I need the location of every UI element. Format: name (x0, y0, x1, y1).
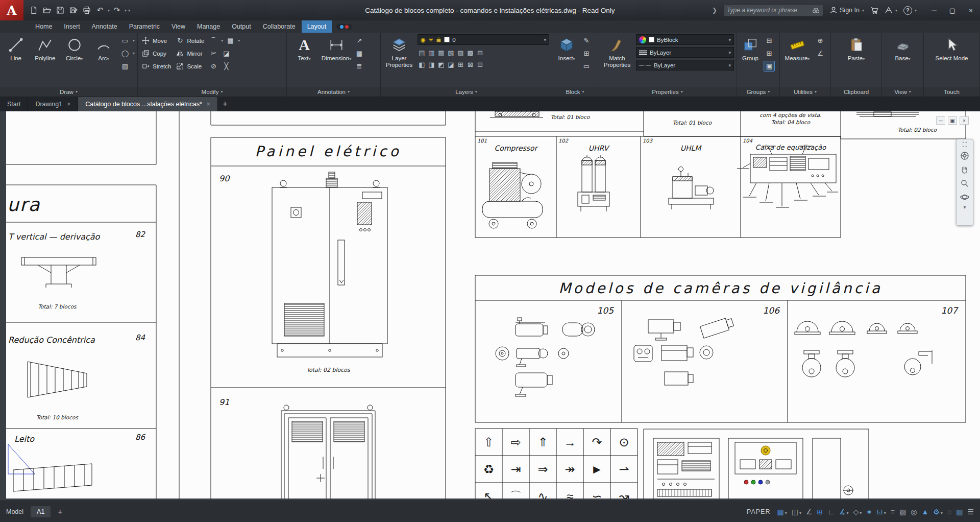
layer-vpfreeze-tool-icon[interactable]: ◪ (447, 61, 455, 68)
panel-label-annotation[interactable]: Annotation (287, 87, 380, 97)
group-button[interactable]: Group (740, 34, 761, 62)
panel-label-layers[interactable]: Layers (381, 87, 552, 97)
pan-hand-icon[interactable] (958, 163, 971, 176)
trim-tool-icon[interactable]: ✂ (208, 48, 219, 59)
graphics-performance-icon[interactable]: ▥ (956, 508, 963, 516)
scale-button[interactable]: Scale (175, 60, 205, 73)
tab-collaborate[interactable]: Collaborate (257, 20, 301, 33)
zoom-icon[interactable] (958, 177, 971, 190)
help-control[interactable]: ? ▾ (903, 6, 917, 15)
sign-in-control[interactable]: Sign In ▾ (829, 6, 864, 14)
layer-select[interactable]: ◉ ☀ 0 ▾ (418, 34, 549, 45)
workspace-switching-icon[interactable]: ⚙ (933, 508, 943, 516)
panel-label-utilities[interactable]: Utilities (780, 87, 830, 97)
layer-off-tool-icon[interactable]: ▤ (418, 49, 426, 57)
array-tool-icon[interactable]: ▦ (225, 35, 236, 46)
lineweight-display-icon[interactable]: ≡ (891, 508, 895, 516)
orbit-icon[interactable] (958, 191, 971, 204)
object-color-select[interactable]: ByBlock ▾ (636, 34, 734, 45)
tab-insert[interactable]: Insert (58, 20, 85, 33)
panel-label-properties[interactable]: Properties (598, 87, 737, 97)
layer-freeze-tool-icon[interactable]: ▦ (437, 49, 446, 57)
base-button[interactable]: Base (888, 34, 918, 62)
layout-tab-a1[interactable]: A1 (31, 506, 51, 517)
isometric-drafting-icon[interactable]: ◇ (853, 508, 862, 516)
viewport-minimize-icon[interactable]: ─ (936, 116, 945, 125)
layer-properties-button[interactable]: Layer Properties (383, 34, 415, 68)
viewport-close-icon[interactable]: × (960, 116, 969, 125)
save-as-icon[interactable] (67, 4, 80, 17)
array-dropdown-icon[interactable]: ▾ (238, 38, 240, 43)
create-block-tool-icon[interactable]: ⊞ (581, 48, 592, 59)
object-snap-tracking-icon[interactable]: ∗ (866, 508, 872, 516)
panel-label-modify[interactable]: Modify (138, 87, 286, 97)
redo-icon[interactable]: ↷ (111, 4, 123, 17)
doc-tab-catalogo-close-icon[interactable]: × (207, 101, 210, 108)
redo-dropdown-icon[interactable]: ▾ (125, 8, 127, 13)
explode-tool-icon[interactable]: ╳ (220, 61, 232, 72)
new-drawing-tab-button[interactable]: + (218, 97, 232, 111)
rectangle-tool-icon[interactable]: ▭ (119, 35, 131, 46)
ortho-mode-icon[interactable]: ∟ (827, 508, 835, 516)
paper-space-label[interactable]: PAPER (747, 508, 770, 515)
drawing-area[interactable]: ura T vertical — derivação 82 Total: 7 b… (0, 111, 980, 501)
new-file-icon[interactable] (28, 4, 40, 17)
erase-tool-icon[interactable]: ◪ (220, 48, 232, 59)
object-snap-icon[interactable]: ⊡ (877, 508, 886, 516)
search-binoculars-icon[interactable] (812, 7, 820, 14)
paste-button[interactable]: Paste (842, 34, 871, 62)
copy-button[interactable]: Copy (140, 47, 172, 60)
selection-cycling-icon[interactable]: ◎ (911, 508, 917, 516)
lineweight-select[interactable]: ByLayer ▾ (636, 47, 734, 58)
block-editor-tool-icon[interactable]: ▭ (581, 61, 592, 72)
close-button[interactable]: × (962, 0, 980, 20)
leader-tool-icon[interactable]: ↗ (354, 35, 365, 46)
layer-on-tool-icon[interactable]: ▩ (466, 49, 475, 57)
table-tool-icon[interactable]: ▦ (354, 48, 365, 59)
stretch-button[interactable]: Stretch (140, 60, 172, 73)
arc-button[interactable]: Arc (90, 34, 117, 62)
layer-lock-tool-icon[interactable]: ▧ (447, 49, 455, 57)
text-button[interactable]: A Text (289, 34, 319, 62)
undo-icon[interactable]: ↶ (94, 4, 106, 17)
tab-home[interactable]: Home (30, 20, 58, 33)
dimension-button[interactable]: Dimension (322, 34, 351, 62)
text-style-tool-icon[interactable]: ≣ (354, 61, 365, 72)
polar-tracking-icon[interactable]: ∡ (839, 508, 849, 516)
customization-icon[interactable]: ☰ (967, 508, 974, 516)
tab-view[interactable]: View (166, 20, 191, 33)
help-dropdown-icon[interactable]: ▾ (915, 8, 917, 13)
navigation-wheel-icon[interactable] (958, 149, 971, 162)
doc-tab-drawing1-close-icon[interactable]: × (67, 101, 70, 108)
group-edit-tool-icon[interactable]: ⊞ (764, 48, 775, 59)
undo-dropdown-icon[interactable]: ▾ (108, 8, 110, 13)
panel-label-touch[interactable]: Touch (924, 87, 979, 97)
layer-dropdown-icon[interactable]: ▾ (544, 37, 546, 42)
autocad-logo[interactable]: A (0, 0, 23, 20)
panel-label-view[interactable]: View (882, 87, 923, 97)
navbar-grip[interactable]: • •• • (963, 140, 967, 149)
annotation-visibility-icon[interactable]: ▲ (921, 508, 928, 516)
fillet-dropdown-icon[interactable]: ▾ (221, 38, 223, 43)
move-button[interactable]: Move (140, 34, 172, 47)
autodesk-logo-icon[interactable]: ▾ (885, 6, 897, 14)
match-properties-button[interactable]: Match Properties (601, 34, 633, 68)
search-input[interactable] (727, 7, 810, 14)
offset-tool-icon[interactable]: ⊘ (208, 61, 219, 72)
plot-icon[interactable] (81, 4, 93, 17)
id-point-tool-icon[interactable]: ∠ (815, 48, 826, 59)
layer-delete-tool-icon[interactable]: ⊠ (466, 61, 475, 68)
grid-icon[interactable]: ▦ (777, 508, 787, 516)
layer-walk-tool-icon[interactable]: ◩ (437, 61, 446, 68)
ungroup-tool-icon[interactable]: ⊟ (764, 35, 775, 46)
maximize-button[interactable]: ▢ (943, 0, 962, 20)
object-color-dropdown-icon[interactable]: ▾ (728, 37, 731, 42)
select-mode-button[interactable]: Select Mode (936, 34, 968, 62)
tab-layout[interactable]: Layout (302, 20, 332, 33)
rotate-button[interactable]: ↻Rotate (175, 34, 205, 47)
doc-tab-drawing1[interactable]: Drawing1× (28, 97, 78, 111)
ellipse-dropdown-icon[interactable]: ▾ (133, 51, 135, 56)
minimize-button[interactable]: ─ (925, 0, 943, 20)
layer-isolate-tool-icon[interactable]: ▥ (427, 49, 436, 57)
tab-output[interactable]: Output (226, 20, 257, 33)
